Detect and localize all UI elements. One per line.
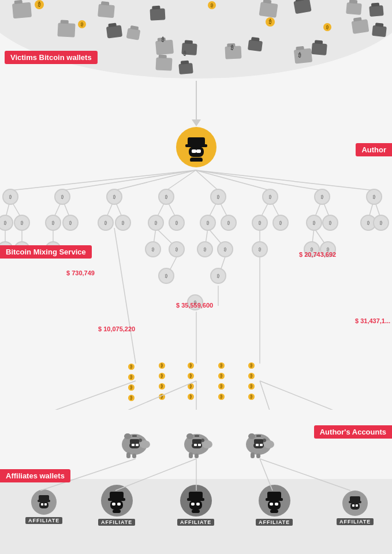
svg-rect-0 <box>188 137 205 145</box>
svg-rect-112 <box>270 510 278 513</box>
svg-line-43 <box>114 228 136 364</box>
svg-line-88 <box>260 459 272 491</box>
svg-rect-106 <box>192 510 200 513</box>
wallet-node-l2-14: ₿ <box>322 215 338 231</box>
svg-rect-100 <box>113 510 121 513</box>
svg-rect-4 <box>196 149 201 153</box>
wallet-icon <box>107 26 122 38</box>
wallet-icon <box>127 29 140 39</box>
arrow-head <box>192 119 201 126</box>
amount-31m: $ 31,437,1... <box>355 317 390 324</box>
svg-rect-69 <box>195 435 199 437</box>
wallet-node-l2-6: ₿ <box>115 215 131 231</box>
wallet-node-l2-13: ₿ <box>306 215 322 231</box>
thief-figure <box>182 133 211 162</box>
wallet-node-l3-5: ₿ <box>169 241 185 257</box>
svg-line-89 <box>260 459 350 491</box>
wallet-node-l1-3: ₿ <box>106 189 122 205</box>
amount-10m: $ 10,075,220 <box>98 325 135 332</box>
wallet-icon <box>312 43 327 55</box>
author-circle <box>176 127 216 167</box>
wallet-node-l1-4: ₿ <box>158 189 174 205</box>
wallet-icon <box>260 3 277 17</box>
svg-rect-57 <box>132 435 137 437</box>
svg-rect-61 <box>132 444 135 446</box>
svg-rect-92 <box>39 501 48 508</box>
amount-730: $ 730,749 <box>66 269 95 276</box>
btc-label: ₿ <box>298 49 301 59</box>
svg-rect-105 <box>196 503 200 506</box>
wallet-node-l2-8: ₿ <box>169 215 185 231</box>
svg-point-52 <box>124 433 131 439</box>
svg-rect-104 <box>191 503 195 506</box>
wallet-node-l2-12: ₿ <box>272 215 289 231</box>
victims-label: Victims Bitcoin wallets <box>5 51 98 64</box>
svg-rect-111 <box>275 503 278 506</box>
svg-rect-94 <box>44 503 47 506</box>
wallet-node-l1-1: ₿ <box>2 189 18 205</box>
svg-rect-84 <box>260 444 263 446</box>
svg-rect-116 <box>352 504 354 507</box>
btc-label: ₿ <box>162 33 165 44</box>
wallet-node-l1-5: ₿ <box>210 189 226 205</box>
wallet-node-l3-6: ₿ <box>197 241 213 257</box>
svg-line-6 <box>10 170 196 190</box>
svg-rect-5 <box>190 158 203 162</box>
wallet-node-l1-8: ₿ <box>366 189 382 205</box>
amount-35m: $ 35,559,600 <box>176 302 213 309</box>
wallet-node-l2-3: ₿ <box>45 215 61 231</box>
wallet-node-l1-7: ₿ <box>314 189 330 205</box>
mixing-label: Bitcoin Mixing Service <box>0 245 92 259</box>
amount-20m: $ 20,743,692 <box>299 251 336 258</box>
svg-rect-99 <box>117 503 121 506</box>
wallet-icon <box>372 26 386 36</box>
wallet-icon <box>294 0 311 13</box>
svg-line-7 <box>62 170 196 190</box>
wallet-node-l2-2: ₿ <box>14 215 30 231</box>
svg-line-50 <box>260 381 346 410</box>
wallet-node-l2-9: ₿ <box>200 215 216 231</box>
wallet-icon <box>346 3 361 14</box>
victims-section: ₿ ₿ ₿ ₿ ₿ <box>0 0 392 92</box>
wallet-node-l3-7: ₿ <box>217 241 233 257</box>
wallet-icon <box>150 9 165 20</box>
wallet-node-l3-4: ₿ <box>145 241 161 257</box>
svg-line-46 <box>40 381 136 410</box>
btc-label: ₿ <box>231 42 234 52</box>
wallet-icon <box>352 20 368 33</box>
wallet-icon <box>156 58 172 70</box>
svg-rect-72 <box>194 444 197 446</box>
wallet-node-l2-16: ₿ <box>373 215 389 231</box>
svg-rect-80 <box>256 435 261 437</box>
wallet-icon <box>156 40 173 54</box>
wallet-node-l1-6: ₿ <box>262 189 278 205</box>
wallet-icon <box>179 63 193 74</box>
arrow-line <box>196 81 197 121</box>
author-accounts-label: Author's Accounts <box>314 425 392 439</box>
wallet-icon <box>13 3 31 18</box>
svg-rect-115 <box>350 503 360 510</box>
wallet-icon <box>369 6 383 16</box>
svg-rect-117 <box>356 504 358 507</box>
svg-line-47 <box>115 381 196 410</box>
svg-line-86 <box>115 459 196 491</box>
wallet-node-l2-5: ₿ <box>98 215 114 231</box>
wallet-node-l2-7: ₿ <box>148 215 164 231</box>
wallet-node-l2-4: ₿ <box>62 215 79 231</box>
svg-line-13 <box>196 170 374 190</box>
wallet-icon <box>98 5 114 17</box>
wallet-node-l1-2: ₿ <box>54 189 70 205</box>
svg-rect-3 <box>192 149 196 153</box>
svg-rect-73 <box>198 444 201 446</box>
svg-point-75 <box>248 433 255 439</box>
wallet-node-l2-11: ₿ <box>252 215 268 231</box>
wallet-icon <box>294 49 312 63</box>
wallet-node-l4-2: ₿ <box>210 268 226 284</box>
author-label: Author <box>356 143 392 156</box>
svg-rect-62 <box>136 444 139 446</box>
svg-rect-110 <box>270 503 273 506</box>
affiliates-label: Affiliates wallets <box>0 469 70 482</box>
wallet-node-l2-10: ₿ <box>221 215 237 231</box>
svg-rect-98 <box>112 503 115 506</box>
svg-rect-93 <box>41 503 43 506</box>
